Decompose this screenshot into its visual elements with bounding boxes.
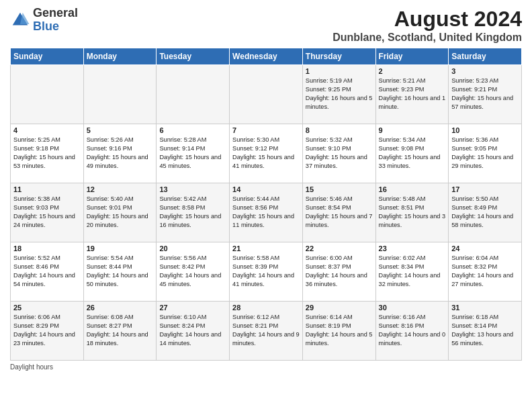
day-number: 27 bbox=[159, 304, 226, 312]
calendar-cell: 16Sunrise: 5:48 AMSunset: 8:51 PMDayligh… bbox=[375, 183, 449, 242]
calendar-cell: 9Sunrise: 5:34 AMSunset: 9:08 PMDaylight… bbox=[375, 124, 449, 183]
col-tuesday: Tuesday bbox=[157, 48, 230, 65]
calendar-cell: 3Sunrise: 5:23 AMSunset: 9:21 PMDaylight… bbox=[449, 65, 522, 124]
svg-marker-1 bbox=[20, 13, 30, 24]
day-number: 26 bbox=[87, 304, 154, 312]
day-info: Sunrise: 6:08 AMSunset: 8:27 PMDaylight:… bbox=[87, 313, 154, 348]
calendar-cell: 14Sunrise: 5:44 AMSunset: 8:56 PMDayligh… bbox=[230, 183, 303, 242]
calendar-row: 18Sunrise: 5:52 AMSunset: 8:46 PMDayligh… bbox=[11, 242, 522, 302]
day-info: Sunrise: 6:18 AMSunset: 8:14 PMDaylight:… bbox=[451, 313, 519, 348]
calendar-cell: 27Sunrise: 6:10 AMSunset: 8:24 PMDayligh… bbox=[157, 302, 230, 361]
day-number: 3 bbox=[451, 67, 519, 75]
day-info: Sunrise: 6:00 AMSunset: 8:37 PMDaylight:… bbox=[306, 254, 373, 289]
day-number: 16 bbox=[379, 185, 446, 193]
logo-icon bbox=[10, 10, 30, 30]
day-info: Sunrise: 5:46 AMSunset: 8:54 PMDaylight:… bbox=[306, 195, 373, 230]
day-number: 9 bbox=[379, 126, 446, 134]
day-info: Sunrise: 5:32 AMSunset: 9:10 PMDaylight:… bbox=[306, 136, 373, 171]
footer: Daylight hours bbox=[10, 363, 522, 371]
calendar-cell bbox=[83, 65, 157, 124]
day-number: 12 bbox=[87, 185, 154, 193]
calendar-cell: 21Sunrise: 5:58 AMSunset: 8:39 PMDayligh… bbox=[230, 242, 303, 302]
calendar-table: Sunday Monday Tuesday Wednesday Thursday… bbox=[10, 48, 522, 361]
day-info: Sunrise: 6:14 AMSunset: 8:19 PMDaylight:… bbox=[306, 313, 373, 348]
day-number: 18 bbox=[13, 244, 81, 253]
day-number: 8 bbox=[306, 126, 373, 134]
day-number: 5 bbox=[87, 126, 154, 134]
calendar-cell bbox=[11, 65, 84, 124]
calendar-row: 25Sunrise: 6:06 AMSunset: 8:29 PMDayligh… bbox=[11, 302, 522, 361]
calendar-cell: 30Sunrise: 6:16 AMSunset: 8:16 PMDayligh… bbox=[375, 302, 449, 361]
col-thursday: Thursday bbox=[302, 48, 375, 65]
calendar-cell: 15Sunrise: 5:46 AMSunset: 8:54 PMDayligh… bbox=[302, 183, 375, 242]
calendar-cell: 13Sunrise: 5:42 AMSunset: 8:58 PMDayligh… bbox=[157, 183, 230, 242]
day-number: 24 bbox=[451, 244, 519, 253]
day-number: 21 bbox=[232, 244, 300, 253]
day-number: 14 bbox=[232, 185, 300, 193]
day-info: Sunrise: 5:52 AMSunset: 8:46 PMDaylight:… bbox=[13, 254, 81, 289]
col-friday: Friday bbox=[375, 48, 449, 65]
calendar-cell: 1Sunrise: 5:19 AMSunset: 9:25 PMDaylight… bbox=[302, 65, 375, 124]
day-info: Sunrise: 5:36 AMSunset: 9:05 PMDaylight:… bbox=[451, 136, 519, 171]
logo-text: General Blue bbox=[33, 7, 78, 34]
day-info: Sunrise: 6:10 AMSunset: 8:24 PMDaylight:… bbox=[159, 313, 226, 348]
day-info: Sunrise: 5:42 AMSunset: 8:58 PMDaylight:… bbox=[159, 195, 226, 230]
calendar-row: 1Sunrise: 5:19 AMSunset: 9:25 PMDaylight… bbox=[11, 65, 522, 124]
day-info: Sunrise: 5:50 AMSunset: 8:49 PMDaylight:… bbox=[451, 195, 519, 230]
calendar-cell: 28Sunrise: 6:12 AMSunset: 8:21 PMDayligh… bbox=[230, 302, 303, 361]
subtitle: Dunblane, Scotland, United Kingdom bbox=[332, 32, 522, 44]
calendar-cell: 20Sunrise: 5:56 AMSunset: 8:42 PMDayligh… bbox=[157, 242, 230, 302]
col-sunday: Sunday bbox=[11, 48, 84, 65]
day-number: 13 bbox=[159, 185, 226, 193]
day-number: 6 bbox=[159, 126, 226, 134]
day-number: 31 bbox=[451, 304, 519, 312]
day-info: Sunrise: 6:16 AMSunset: 8:16 PMDaylight:… bbox=[379, 313, 446, 348]
day-info: Sunrise: 5:26 AMSunset: 9:16 PMDaylight:… bbox=[87, 136, 154, 171]
logo: General Blue bbox=[10, 7, 78, 34]
day-number: 4 bbox=[13, 126, 81, 134]
day-info: Sunrise: 6:02 AMSunset: 8:34 PMDaylight:… bbox=[379, 254, 446, 289]
footer-text: Daylight hours bbox=[10, 363, 53, 371]
day-number: 23 bbox=[379, 244, 446, 253]
calendar-cell: 7Sunrise: 5:30 AMSunset: 9:12 PMDaylight… bbox=[230, 124, 303, 183]
calendar-row: 11Sunrise: 5:38 AMSunset: 9:03 PMDayligh… bbox=[11, 183, 522, 242]
day-info: Sunrise: 5:25 AMSunset: 9:18 PMDaylight:… bbox=[13, 136, 81, 171]
day-number: 28 bbox=[232, 304, 300, 312]
day-number: 25 bbox=[13, 304, 81, 312]
day-info: Sunrise: 6:04 AMSunset: 8:32 PMDaylight:… bbox=[451, 254, 519, 289]
logo-general: General bbox=[33, 6, 78, 19]
day-number: 17 bbox=[451, 185, 519, 193]
col-saturday: Saturday bbox=[449, 48, 522, 65]
day-number: 15 bbox=[306, 185, 373, 193]
calendar-cell: 8Sunrise: 5:32 AMSunset: 9:10 PMDaylight… bbox=[302, 124, 375, 183]
calendar-row: 4Sunrise: 5:25 AMSunset: 9:18 PMDaylight… bbox=[11, 124, 522, 183]
day-number: 22 bbox=[306, 244, 373, 253]
day-info: Sunrise: 6:06 AMSunset: 8:29 PMDaylight:… bbox=[13, 313, 81, 348]
calendar-cell: 25Sunrise: 6:06 AMSunset: 8:29 PMDayligh… bbox=[11, 302, 84, 361]
day-number: 29 bbox=[306, 304, 373, 312]
calendar-cell bbox=[230, 65, 303, 124]
calendar-cell: 10Sunrise: 5:36 AMSunset: 9:05 PMDayligh… bbox=[449, 124, 522, 183]
calendar-cell: 17Sunrise: 5:50 AMSunset: 8:49 PMDayligh… bbox=[449, 183, 522, 242]
day-info: Sunrise: 5:56 AMSunset: 8:42 PMDaylight:… bbox=[159, 254, 226, 289]
day-info: Sunrise: 5:54 AMSunset: 8:44 PMDaylight:… bbox=[87, 254, 154, 289]
day-number: 7 bbox=[232, 126, 300, 134]
day-info: Sunrise: 5:21 AMSunset: 9:23 PMDaylight:… bbox=[379, 77, 446, 111]
day-number: 11 bbox=[13, 185, 81, 193]
calendar-cell: 11Sunrise: 5:38 AMSunset: 9:03 PMDayligh… bbox=[11, 183, 84, 242]
calendar-cell: 18Sunrise: 5:52 AMSunset: 8:46 PMDayligh… bbox=[11, 242, 84, 302]
day-info: Sunrise: 5:34 AMSunset: 9:08 PMDaylight:… bbox=[379, 136, 446, 171]
calendar-cell: 19Sunrise: 5:54 AMSunset: 8:44 PMDayligh… bbox=[83, 242, 157, 302]
day-number: 30 bbox=[379, 304, 446, 312]
day-info: Sunrise: 5:19 AMSunset: 9:25 PMDaylight:… bbox=[306, 77, 373, 111]
day-info: Sunrise: 5:28 AMSunset: 9:14 PMDaylight:… bbox=[159, 136, 226, 171]
day-info: Sunrise: 5:58 AMSunset: 8:39 PMDaylight:… bbox=[232, 254, 300, 289]
day-info: Sunrise: 5:30 AMSunset: 9:12 PMDaylight:… bbox=[232, 136, 300, 171]
day-info: Sunrise: 5:44 AMSunset: 8:56 PMDaylight:… bbox=[232, 195, 300, 230]
day-info: Sunrise: 5:23 AMSunset: 9:21 PMDaylight:… bbox=[451, 77, 519, 111]
logo-blue: Blue bbox=[33, 19, 59, 33]
calendar-cell: 4Sunrise: 5:25 AMSunset: 9:18 PMDaylight… bbox=[11, 124, 84, 183]
calendar-cell: 12Sunrise: 5:40 AMSunset: 9:01 PMDayligh… bbox=[83, 183, 157, 242]
day-number: 10 bbox=[451, 126, 519, 134]
page: General Blue August 2024 Dunblane, Scotl… bbox=[0, 0, 532, 411]
